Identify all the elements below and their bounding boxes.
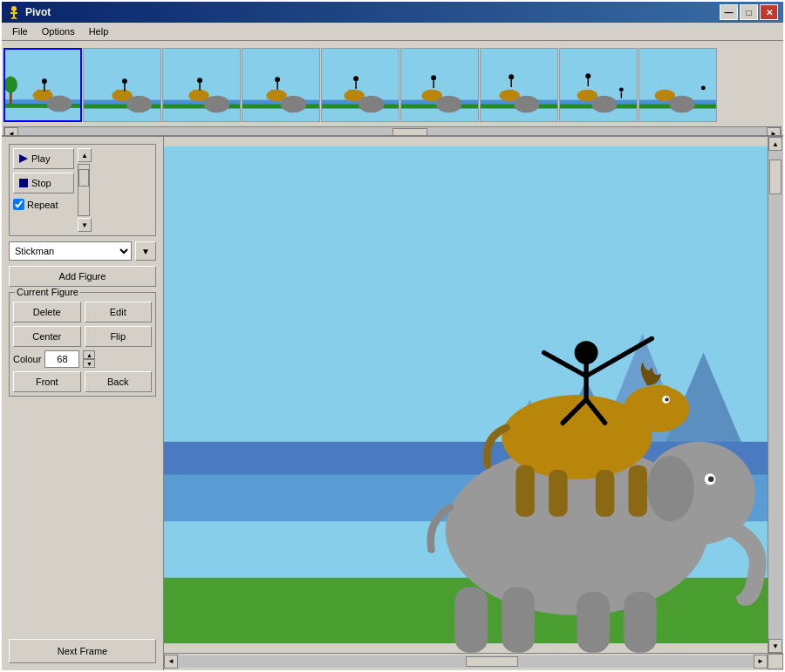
canvas-scroll-up[interactable]: ▲: [768, 137, 782, 151]
svg-point-15: [47, 95, 72, 112]
svg-point-39: [281, 95, 306, 112]
playback-scroll-thumb[interactable]: [78, 169, 89, 187]
colour-increment[interactable]: ▲: [83, 350, 95, 359]
svg-rect-12: [47, 89, 51, 95]
canvas-vscrollbar: ▲ ▼: [768, 137, 783, 653]
svg-point-0: [11, 6, 17, 11]
canvas-hscroll-thumb[interactable]: [466, 656, 518, 667]
left-panel: Play Stop Repeat ▲ ▼: [2, 137, 163, 670]
filmstrip-area: ◄ ►: [2, 41, 783, 137]
close-button[interactable]: ✕: [760, 4, 778, 20]
svg-rect-28: [193, 89, 197, 96]
svg-line-3: [11, 17, 14, 19]
menu-options[interactable]: Options: [35, 24, 82, 38]
figure-buttons-grid: Delete Edit Center Flip: [13, 302, 152, 347]
colour-label: Colour: [13, 354, 41, 364]
edit-button[interactable]: Edit: [85, 302, 153, 322]
scene-svg[interactable]: [164, 137, 783, 653]
canvas-hscroll-track: [178, 655, 754, 668]
svg-point-21: [122, 78, 127, 84]
canvas-vscroll-thumb[interactable]: [769, 160, 782, 194]
playback-scroll-up[interactable]: ▲: [78, 148, 92, 162]
canvas-scroll-right[interactable]: ►: [754, 655, 768, 669]
play-button[interactable]: Play: [13, 148, 74, 169]
colour-input[interactable]: [44, 350, 79, 368]
svg-point-76: [701, 85, 706, 90]
front-button[interactable]: Front: [13, 371, 81, 392]
film-frame[interactable]: [480, 48, 558, 122]
next-frame-button[interactable]: Next Frame: [9, 639, 156, 663]
repeat-checkbox[interactable]: [13, 199, 24, 210]
colour-decrement[interactable]: ▼: [83, 359, 95, 368]
svg-rect-36: [270, 89, 275, 96]
filmstrip-scrollbar: ◄ ►: [2, 126, 783, 137]
menu-bar: File Options Help: [2, 23, 783, 41]
film-frame[interactable]: [242, 48, 320, 122]
playback-scroll-down[interactable]: ▼: [78, 218, 92, 232]
scene-canvas-container[interactable]: [164, 137, 783, 653]
stop-button[interactable]: Stop: [13, 173, 74, 193]
svg-rect-24: [163, 49, 240, 121]
svg-point-68: [591, 95, 617, 112]
canvas-scroll-down[interactable]: ▼: [768, 639, 782, 653]
figure-dropdown[interactable]: Stickman: [9, 241, 132, 261]
svg-rect-103: [629, 465, 648, 517]
canvas-scroll-left[interactable]: ◄: [164, 655, 178, 669]
canvas-hscrollbar: ◄ ►: [164, 653, 783, 669]
repeat-row: Repeat: [13, 199, 74, 210]
filmstrip-hscroll: ◄ ►: [3, 126, 782, 137]
svg-rect-90: [624, 592, 657, 653]
svg-point-91: [647, 456, 694, 521]
main-window: Pivot — □ ✕ File Options Help: [0, 0, 785, 672]
colour-row: Colour ▲ ▼: [13, 350, 152, 368]
figure-dropdown-arrow[interactable]: ▼: [135, 241, 156, 261]
film-frame[interactable]: [3, 48, 82, 122]
filmstrip-scroll: [3, 45, 782, 124]
svg-point-47: [358, 95, 384, 112]
pivot-icon: [7, 5, 21, 19]
stop-icon: [19, 179, 28, 187]
svg-point-29: [197, 78, 202, 83]
playback-controls: Play Stop Repeat: [13, 148, 74, 210]
playback-scroll-arrows: ▲ ▼: [78, 148, 92, 232]
svg-point-45: [353, 76, 358, 81]
menu-help[interactable]: Help: [82, 24, 116, 38]
svg-point-99: [665, 397, 668, 401]
back-button[interactable]: Back: [85, 371, 153, 392]
svg-point-75: [669, 95, 694, 112]
filmstrip-scroll-right[interactable]: ►: [767, 127, 781, 137]
film-frame[interactable]: [162, 48, 241, 122]
film-frame[interactable]: [400, 48, 479, 122]
film-frame[interactable]: [83, 48, 161, 122]
menu-file[interactable]: File: [5, 24, 35, 38]
film-frame[interactable]: [321, 48, 399, 122]
minimize-button[interactable]: —: [720, 4, 738, 20]
svg-rect-89: [577, 592, 610, 653]
maximize-button[interactable]: □: [740, 4, 758, 20]
svg-rect-32: [242, 49, 319, 121]
svg-point-66: [585, 73, 590, 78]
filmstrip-scroll-left[interactable]: ◄: [4, 127, 18, 137]
svg-point-13: [42, 78, 47, 84]
filmstrip-scroll-thumb[interactable]: [392, 128, 427, 137]
svg-point-23: [126, 95, 152, 112]
window-title: Pivot: [25, 6, 51, 18]
delete-button[interactable]: Delete: [13, 302, 81, 322]
film-frame[interactable]: [638, 48, 717, 122]
svg-rect-48: [401, 49, 478, 121]
svg-rect-16: [84, 49, 160, 121]
film-frame[interactable]: [559, 48, 638, 122]
svg-point-105: [575, 342, 597, 364]
flip-button[interactable]: Flip: [85, 326, 153, 347]
svg-rect-102: [596, 470, 615, 517]
svg-rect-34: [242, 104, 319, 108]
svg-rect-20: [116, 89, 120, 96]
title-bar: Pivot — □ ✕: [2, 2, 783, 23]
svg-rect-44: [348, 89, 352, 96]
add-figure-button[interactable]: Add Figure: [9, 266, 156, 287]
canvas-area: ◄ ► ▲ ▼: [163, 137, 783, 670]
center-button[interactable]: Center: [13, 326, 81, 347]
playback-group: Play Stop Repeat ▲ ▼: [9, 144, 156, 236]
current-figure-group: Current Figure Delete Edit Center Flip C…: [9, 292, 156, 397]
playback-scroll-track: [78, 164, 90, 216]
